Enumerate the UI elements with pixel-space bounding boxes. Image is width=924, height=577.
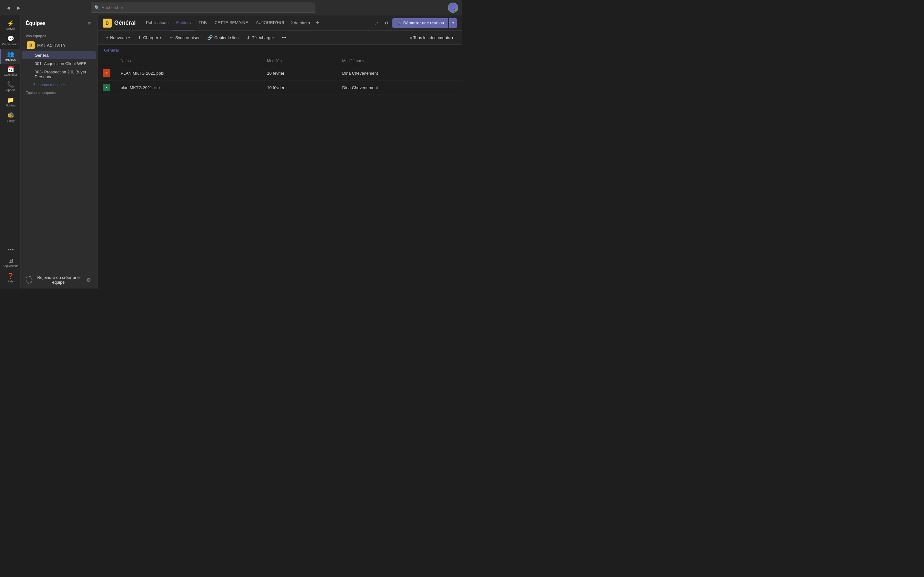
channel-item-prospection[interactable]: 003- Prospection 2.0, Buyer Personna (22, 68, 96, 81)
more-tabs-label: 2 de plus (290, 21, 307, 25)
new-button[interactable]: + Nouveau ▾ (103, 33, 133, 42)
tab-cette-semaine[interactable]: CETTE SEMAINE (211, 15, 252, 31)
start-meeting-dropdown[interactable]: ▾ (449, 18, 457, 28)
nav-more[interactable]: ••• (0, 244, 20, 255)
teams-title: Équipes (26, 21, 84, 26)
table-row[interactable]: P PLAN MKTG 2021.pptx 10 février Dina Ch… (97, 66, 462, 81)
sidebar-item-aide[interactable]: ❓ Aide (0, 271, 20, 286)
view-selector-button[interactable]: ≡ Tous les documents ▾ (407, 34, 457, 42)
sidebar-nav: ⚡ Activité 💬 Conversation 👥 Équipes 📅 Ca… (0, 15, 21, 288)
channel-name-prospection: 003- Prospection 2.0, Buyer Personna (35, 69, 91, 79)
teams-header: Équipes ≡ (21, 15, 97, 31)
copy-link-label: Copier le lien (214, 35, 239, 40)
breadcrumb: General (97, 45, 462, 56)
sync-button[interactable]: ↔ Synchroniser (166, 33, 203, 42)
appels-icon: 📞 (7, 82, 14, 87)
search-input[interactable] (102, 5, 312, 10)
applications-icon: ⊞ (8, 258, 13, 263)
file-table-body: P PLAN MKTG 2021.pptx 10 février Dina Ch… (97, 66, 462, 95)
sidebar-item-label: Conversation (2, 43, 19, 46)
tab-fichiers[interactable]: Fichiers (172, 15, 195, 31)
file-name-cell[interactable]: PLAN MKTG 2021.pptx (115, 66, 262, 81)
forward-button[interactable]: ▶ (14, 3, 23, 12)
file-modified-cell: 10 février (262, 66, 337, 81)
team-item-mkt[interactable]: B MKT ACTIVITY ••• (22, 39, 96, 51)
col-icon-header (97, 56, 115, 66)
sidebar-item-calendrier[interactable]: 📅 Calendrier (0, 64, 20, 79)
file-modified-by-cell: Dina Chevenement (337, 66, 462, 81)
meeting-icon: 📹 (396, 21, 401, 25)
search-bar: 🔍 (91, 3, 315, 13)
add-tab-button[interactable]: + (313, 19, 322, 27)
teams-list: Vos équipes B MKT ACTIVITY ••• Général 0… (21, 31, 97, 271)
more-tabs-button[interactable]: 2 de plus ▾ (288, 15, 313, 31)
back-button[interactable]: ◀ (4, 3, 13, 12)
sidebar-item-label: Applications (3, 264, 19, 268)
toolbar: + Nouveau ▾ ⬆ Charger ▾ ↔ Synchroniser 🔗… (97, 31, 462, 45)
channel-name-acquisition: 001- Acquisition Client WEB (35, 61, 87, 66)
more-toolbar-button[interactable]: ••• (278, 34, 289, 42)
file-modified-cell: 10 février (262, 81, 337, 95)
sidebar-item-beesy[interactable]: 🐝 Beesy (0, 110, 20, 125)
col-name-sort-icon: ▾ (129, 59, 131, 63)
new-label: Nouveau (110, 35, 127, 40)
settings-button[interactable]: ⚙ (85, 276, 92, 284)
table-row[interactable]: X plan MKTG 2021.xlsx 10 février Dina Ch… (97, 81, 462, 95)
channel-item-acquisition[interactable]: 001- Acquisition Client WEB (22, 60, 96, 68)
breadcrumb-link[interactable]: General (104, 48, 119, 53)
conversation-icon: 💬 (7, 36, 14, 42)
main-layout: ⚡ Activité 💬 Conversation 👥 Équipes 📅 Ca… (0, 15, 462, 288)
join-icon: + (26, 276, 32, 284)
start-meeting-button[interactable]: 📹 Démarrer une réunion (393, 18, 448, 28)
sidebar-item-label: Activité (6, 27, 15, 31)
file-icon-cell: P (97, 66, 115, 81)
refresh-button[interactable]: ↺ (382, 19, 391, 27)
tab-aujourd-hui[interactable]: AUJOURD'HUI (252, 15, 288, 31)
sidebar-item-conversation[interactable]: 💬 Conversation (0, 33, 20, 49)
masked-section-label: Équipes masquées (21, 89, 97, 97)
download-button[interactable]: ⬇ Télécharger (243, 33, 277, 42)
sidebar-item-equipes[interactable]: 👥 Équipes (0, 49, 20, 64)
teams-filter-button[interactable]: ≡ (87, 19, 92, 27)
file-name-cell[interactable]: plan MKTG 2021.xlsx (115, 81, 262, 95)
team-avatar-mkt: B (27, 41, 35, 49)
view-label: Tous les documents (413, 35, 450, 40)
join-team-button[interactable]: + Rejoindre ou créer une équipe (26, 275, 82, 285)
channel-item-general[interactable]: Général (22, 51, 96, 59)
table-header: Nom▾ Modifié▾ Modifié par▾ (97, 56, 462, 66)
sidebar-item-applications[interactable]: ⊞ Applications (0, 255, 20, 271)
upload-arrow: ▾ (160, 36, 162, 39)
col-modified-by-header[interactable]: Modifié par▾ (337, 56, 462, 66)
sidebar-item-activite[interactable]: ⚡ Activité (0, 18, 20, 33)
upload-label: Charger (143, 35, 158, 40)
upload-button[interactable]: ⬆ Charger ▾ (134, 33, 165, 42)
tab-tdb[interactable]: TDB (195, 15, 211, 31)
search-icon: 🔍 (94, 5, 100, 10)
channel-logo: B (103, 19, 111, 27)
col-name-header[interactable]: Nom▾ (115, 56, 262, 66)
sidebar-item-fichiers[interactable]: 📁 Fichiers (0, 95, 20, 110)
col-modified-header[interactable]: Modifié▾ (262, 56, 337, 66)
copy-link-button[interactable]: 🔗 Copier le lien (204, 33, 242, 42)
file-area: General Nom▾ Modifié▾ Modifié par▾ (97, 45, 462, 288)
nav-arrows: ◀ ▶ (4, 3, 23, 12)
more-tabs-arrow: ▾ (309, 21, 310, 25)
avatar[interactable] (448, 3, 458, 13)
new-icon: + (106, 35, 108, 40)
sidebar-item-appels[interactable]: 📞 Appels (0, 79, 20, 95)
expand-button[interactable]: ⤢ (372, 19, 381, 27)
copy-link-icon: 🔗 (207, 35, 213, 40)
channel-header: B Général Publications Fichiers TDB CETT… (97, 15, 462, 31)
vos-equipes-header: Vos équipes (21, 31, 97, 39)
aide-icon: ❓ (7, 273, 14, 279)
equipes-icon: 👥 (7, 51, 14, 57)
teams-footer: + Rejoindre ou créer une équipe ⚙ (21, 271, 97, 288)
sync-icon: ↔ (169, 35, 174, 40)
channel-tabs: Publications Fichiers TDB CETTE SEMAINE … (142, 15, 322, 31)
main-content: B Général Publications Fichiers TDB CETT… (97, 15, 462, 288)
hidden-channels-link[interactable]: 6 canaux masqués (21, 81, 97, 89)
tab-publications[interactable]: Publications (142, 15, 172, 31)
join-team-label: Rejoindre ou créer une équipe (34, 275, 82, 285)
upload-icon: ⬆ (137, 35, 142, 40)
sidebar-item-label: Équipes (5, 58, 16, 61)
